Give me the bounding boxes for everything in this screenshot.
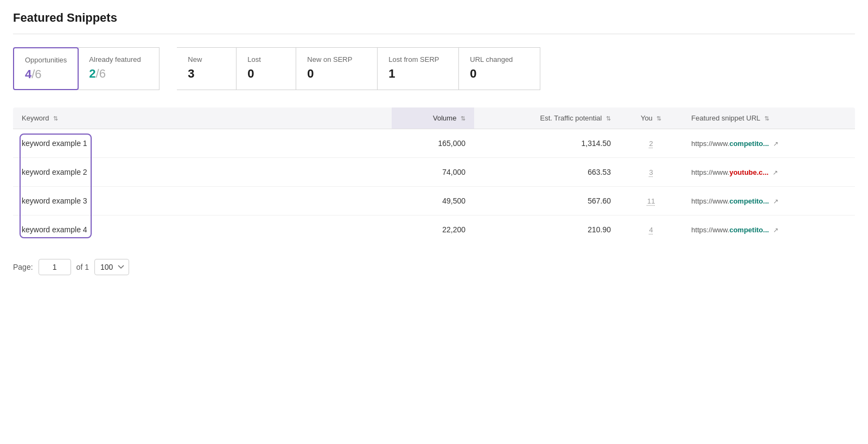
- snippet-url-text-3: https://www.competito...: [691, 226, 771, 234]
- external-link-icon-3[interactable]: ↗: [773, 226, 778, 234]
- snippet-url-text-1: https://www.youtube.c...: [691, 168, 770, 176]
- opportunities-value: 4/6: [25, 67, 67, 81]
- new-on-serp-label: New on SERP: [307, 55, 366, 64]
- lost-value: 0: [247, 67, 285, 81]
- keyword-sort-icon[interactable]: ⇅: [53, 115, 58, 122]
- keyword-cell-1: keyword example 2: [13, 158, 392, 187]
- volume-sort-icon[interactable]: ⇅: [461, 115, 465, 122]
- already-featured-numerator: 2: [89, 67, 95, 80]
- col-header-volume[interactable]: Volume ⇅: [392, 107, 474, 129]
- lost-from-serp-label: Lost from SERP: [388, 55, 448, 64]
- col-header-you[interactable]: You ⇅: [620, 107, 682, 129]
- col-header-snippet-url[interactable]: Featured snippet URL ⇅: [682, 107, 855, 129]
- table-header-row: Keyword ⇅ Volume ⇅ Est. Traffic potentia…: [13, 107, 855, 129]
- of-label: of 1: [76, 263, 89, 271]
- snippet-url-brand-1: youtube.c...: [729, 168, 768, 176]
- stat-card-opportunities[interactable]: Opportunities 4/6: [13, 47, 79, 90]
- pagination: Page: of 1 100 50 25: [13, 259, 855, 275]
- col-header-est-traffic[interactable]: Est. Traffic potential ⇅: [474, 107, 620, 129]
- table-row: keyword example 4 22,200 210.90 4 https:…: [13, 215, 855, 244]
- snippet-url-cell-2: https://www.competito... ↗: [682, 187, 855, 215]
- per-page-select[interactable]: 100 50 25: [94, 259, 129, 275]
- already-featured-denominator: /6: [96, 67, 106, 80]
- lost-from-serp-value: 1: [388, 67, 448, 81]
- keyword-name-3: keyword example 4: [22, 225, 87, 234]
- snippet-url-sort-icon[interactable]: ⇅: [764, 115, 769, 122]
- page-label: Page:: [13, 263, 33, 271]
- you-cell-3: 4: [620, 215, 682, 244]
- url-changed-label: URL changed: [470, 55, 529, 64]
- you-cell-2: 11: [620, 187, 682, 215]
- table-row: keyword example 3 49,500 567.60 11 https…: [13, 187, 855, 215]
- stat-card-new[interactable]: New 3: [177, 47, 237, 90]
- stats-row: Opportunities 4/6 Already featured 2/6 N…: [13, 47, 855, 90]
- external-link-icon-2[interactable]: ↗: [773, 198, 778, 205]
- volume-cell-0: 165,000: [392, 129, 474, 158]
- volume-cell-1: 74,000: [392, 158, 474, 187]
- stats-separator: [159, 47, 177, 90]
- volume-cell-3: 22,200: [392, 215, 474, 244]
- traffic-cell-0: 1,314.50: [474, 129, 620, 158]
- stat-card-already-featured[interactable]: Already featured 2/6: [78, 47, 159, 90]
- you-cell-0: 2: [620, 129, 682, 158]
- featured-snippets-table: Keyword ⇅ Volume ⇅ Est. Traffic potentia…: [13, 107, 855, 244]
- keyword-cell-2: keyword example 3: [13, 187, 392, 215]
- snippet-url-cell-0: https://www.competito... ↗: [682, 129, 855, 158]
- opportunities-label: Opportunities: [25, 56, 67, 64]
- snippet-url-cell-1: https://www.youtube.c... ↗: [682, 158, 855, 187]
- traffic-cell-1: 663.53: [474, 158, 620, 187]
- page-title: Featured Snippets: [13, 11, 855, 25]
- opportunities-denominator: /6: [31, 67, 41, 81]
- external-link-icon-0[interactable]: ↗: [773, 140, 778, 148]
- lost-label: Lost: [247, 55, 285, 64]
- already-featured-label: Already featured: [89, 55, 148, 64]
- keyword-name-1: keyword example 2: [22, 168, 87, 176]
- table-row: keyword example 2 74,000 663.53 3 https:…: [13, 158, 855, 187]
- snippet-url-brand-0: competito...: [729, 139, 769, 148]
- est-traffic-sort-icon[interactable]: ⇅: [606, 115, 611, 122]
- new-label: New: [188, 55, 225, 64]
- snippet-url-text-0: https://www.competito...: [691, 139, 771, 148]
- url-changed-value: 0: [470, 67, 529, 81]
- snippet-url-brand-2: competito...: [729, 197, 769, 205]
- traffic-cell-2: 567.60: [474, 187, 620, 215]
- keyword-cell-3: keyword example 4: [13, 215, 392, 244]
- already-featured-value: 2/6: [89, 67, 148, 81]
- you-cell-1: 3: [620, 158, 682, 187]
- volume-cell-2: 49,500: [392, 187, 474, 215]
- traffic-cell-3: 210.90: [474, 215, 620, 244]
- opportunities-numerator: 4: [25, 67, 31, 81]
- table-row: keyword example 1 165,000 1,314.50 2 htt…: [13, 129, 855, 158]
- page-input[interactable]: [39, 259, 71, 275]
- keyword-name-2: keyword example 3: [22, 196, 87, 205]
- snippet-url-brand-3: competito...: [729, 226, 769, 234]
- snippet-url-text-2: https://www.competito...: [691, 197, 771, 205]
- stat-card-lost-from-serp[interactable]: Lost from SERP 1: [378, 47, 459, 90]
- title-divider: [13, 34, 855, 34]
- external-link-icon-1[interactable]: ↗: [773, 169, 778, 176]
- stat-card-lost[interactable]: Lost 0: [237, 47, 296, 90]
- keyword-cell-0: keyword example 1: [13, 129, 392, 158]
- snippet-url-cell-3: https://www.competito... ↗: [682, 215, 855, 244]
- new-on-serp-value: 0: [307, 67, 366, 81]
- col-header-keyword[interactable]: Keyword ⇅: [13, 107, 392, 129]
- keyword-name-0: keyword example 1: [22, 139, 87, 148]
- stat-card-url-changed[interactable]: URL changed 0: [459, 47, 540, 90]
- you-sort-icon[interactable]: ⇅: [656, 115, 661, 122]
- new-value: 3: [188, 67, 225, 81]
- stat-card-new-on-serp[interactable]: New on SERP 0: [296, 47, 378, 90]
